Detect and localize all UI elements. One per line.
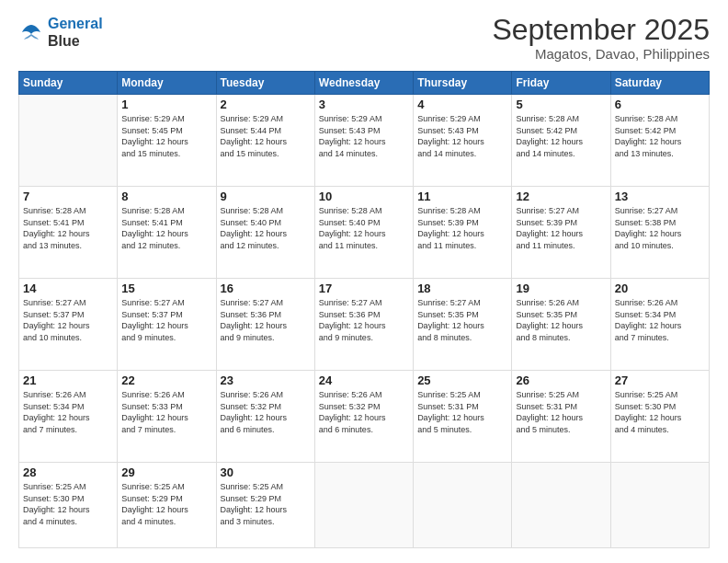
col-tuesday: Tuesday [216, 72, 314, 95]
table-row: 19Sunrise: 5:26 AMSunset: 5:35 PMDayligh… [512, 279, 610, 371]
day-number: 10 [319, 190, 409, 203]
table-row: 2Sunrise: 5:29 AMSunset: 5:44 PMDaylight… [216, 95, 314, 187]
calendar-header-row: Sunday Monday Tuesday Wednesday Thursday… [19, 72, 710, 95]
day-info: Sunrise: 5:28 AMSunset: 5:41 PMDaylight:… [121, 205, 211, 251]
day-number: 21 [23, 373, 113, 387]
table-row: 24Sunrise: 5:26 AMSunset: 5:32 PMDayligh… [314, 371, 413, 463]
day-info: Sunrise: 5:27 AMSunset: 5:36 PMDaylight:… [319, 297, 409, 343]
day-number: 22 [121, 373, 211, 387]
day-info: Sunrise: 5:28 AMSunset: 5:40 PMDaylight:… [221, 205, 311, 251]
day-info: Sunrise: 5:27 AMSunset: 5:35 PMDaylight:… [417, 297, 507, 343]
day-number: 29 [121, 465, 211, 479]
table-row: 15Sunrise: 5:27 AMSunset: 5:37 PMDayligh… [118, 279, 216, 371]
table-row: 22Sunrise: 5:26 AMSunset: 5:33 PMDayligh… [118, 371, 216, 463]
day-number: 15 [121, 282, 211, 295]
day-info: Sunrise: 5:26 AMSunset: 5:34 PMDaylight:… [615, 297, 705, 343]
day-number: 26 [516, 373, 606, 387]
table-row: 1Sunrise: 5:29 AMSunset: 5:45 PMDaylight… [118, 95, 216, 187]
day-info: Sunrise: 5:26 AMSunset: 5:33 PMDaylight:… [121, 389, 211, 435]
day-number: 24 [319, 373, 409, 387]
logo: General Blue [18, 15, 103, 50]
col-thursday: Thursday [414, 72, 512, 95]
table-row [610, 463, 709, 548]
day-info: Sunrise: 5:25 AMSunset: 5:30 PMDaylight:… [23, 481, 113, 527]
day-number: 30 [221, 465, 311, 479]
table-row: 10Sunrise: 5:28 AMSunset: 5:40 PMDayligh… [314, 187, 413, 279]
table-row: 4Sunrise: 5:29 AMSunset: 5:43 PMDaylight… [414, 95, 512, 187]
day-info: Sunrise: 5:26 AMSunset: 5:32 PMDaylight:… [319, 389, 409, 435]
day-number: 28 [23, 465, 113, 479]
day-number: 14 [23, 282, 113, 295]
day-info: Sunrise: 5:29 AMSunset: 5:43 PMDaylight:… [417, 113, 507, 159]
day-number: 3 [319, 98, 409, 111]
day-number: 2 [221, 98, 311, 111]
table-row: 6Sunrise: 5:28 AMSunset: 5:42 PMDaylight… [610, 95, 709, 187]
col-monday: Monday [118, 72, 216, 95]
day-number: 17 [319, 282, 409, 295]
table-row: 20Sunrise: 5:26 AMSunset: 5:34 PMDayligh… [610, 279, 709, 371]
day-number: 16 [221, 282, 311, 295]
day-info: Sunrise: 5:27 AMSunset: 5:37 PMDaylight:… [23, 297, 113, 343]
day-info: Sunrise: 5:29 AMSunset: 5:45 PMDaylight:… [121, 113, 211, 159]
day-info: Sunrise: 5:28 AMSunset: 5:41 PMDaylight:… [23, 205, 113, 251]
day-info: Sunrise: 5:28 AMSunset: 5:42 PMDaylight:… [615, 113, 705, 159]
table-row: 30Sunrise: 5:25 AMSunset: 5:29 PMDayligh… [216, 463, 314, 548]
table-row: 7Sunrise: 5:28 AMSunset: 5:41 PMDaylight… [19, 187, 118, 279]
day-number: 25 [417, 373, 507, 387]
day-info: Sunrise: 5:28 AMSunset: 5:42 PMDaylight:… [516, 113, 606, 159]
table-row: 23Sunrise: 5:26 AMSunset: 5:32 PMDayligh… [216, 371, 314, 463]
day-number: 9 [221, 190, 311, 203]
table-row: 29Sunrise: 5:25 AMSunset: 5:29 PMDayligh… [118, 463, 216, 548]
day-number: 23 [221, 373, 311, 387]
day-number: 13 [615, 190, 705, 203]
table-row: 16Sunrise: 5:27 AMSunset: 5:36 PMDayligh… [216, 279, 314, 371]
header: General Blue September 2025 Magatos, Dav… [18, 15, 710, 62]
day-info: Sunrise: 5:25 AMSunset: 5:31 PMDaylight:… [417, 389, 507, 435]
day-info: Sunrise: 5:28 AMSunset: 5:39 PMDaylight:… [417, 205, 507, 251]
day-number: 7 [23, 190, 113, 203]
table-row: 9Sunrise: 5:28 AMSunset: 5:40 PMDaylight… [216, 187, 314, 279]
col-friday: Friday [512, 72, 610, 95]
day-info: Sunrise: 5:25 AMSunset: 5:29 PMDaylight:… [221, 481, 311, 527]
day-number: 8 [121, 190, 211, 203]
table-row: 27Sunrise: 5:25 AMSunset: 5:30 PMDayligh… [610, 371, 709, 463]
day-number: 19 [516, 282, 606, 295]
table-row: 26Sunrise: 5:25 AMSunset: 5:31 PMDayligh… [512, 371, 610, 463]
table-row [19, 95, 118, 187]
calendar-table: Sunday Monday Tuesday Wednesday Thursday… [18, 71, 710, 548]
col-wednesday: Wednesday [314, 72, 413, 95]
table-row: 25Sunrise: 5:25 AMSunset: 5:31 PMDayligh… [414, 371, 512, 463]
day-info: Sunrise: 5:28 AMSunset: 5:40 PMDaylight:… [319, 205, 409, 251]
table-row: 28Sunrise: 5:25 AMSunset: 5:30 PMDayligh… [19, 463, 118, 548]
table-row: 12Sunrise: 5:27 AMSunset: 5:39 PMDayligh… [512, 187, 610, 279]
day-info: Sunrise: 5:27 AMSunset: 5:37 PMDaylight:… [121, 297, 211, 343]
table-row: 11Sunrise: 5:28 AMSunset: 5:39 PMDayligh… [414, 187, 512, 279]
page: General Blue September 2025 Magatos, Dav… [0, 0, 728, 563]
month-title: September 2025 [492, 15, 710, 44]
day-number: 6 [615, 98, 705, 111]
day-info: Sunrise: 5:27 AMSunset: 5:39 PMDaylight:… [516, 205, 606, 251]
day-info: Sunrise: 5:27 AMSunset: 5:38 PMDaylight:… [615, 205, 705, 251]
day-info: Sunrise: 5:26 AMSunset: 5:35 PMDaylight:… [516, 297, 606, 343]
table-row: 21Sunrise: 5:26 AMSunset: 5:34 PMDayligh… [19, 371, 118, 463]
day-info: Sunrise: 5:29 AMSunset: 5:43 PMDaylight:… [319, 113, 409, 159]
table-row [512, 463, 610, 548]
table-row: 17Sunrise: 5:27 AMSunset: 5:36 PMDayligh… [314, 279, 413, 371]
day-number: 11 [417, 190, 507, 203]
title-block: September 2025 Magatos, Davao, Philippin… [492, 15, 710, 62]
table-row: 8Sunrise: 5:28 AMSunset: 5:41 PMDaylight… [118, 187, 216, 279]
day-number: 18 [417, 282, 507, 295]
col-sunday: Sunday [19, 72, 118, 95]
day-number: 12 [516, 190, 606, 203]
table-row [314, 463, 413, 548]
day-info: Sunrise: 5:27 AMSunset: 5:36 PMDaylight:… [221, 297, 311, 343]
table-row: 13Sunrise: 5:27 AMSunset: 5:38 PMDayligh… [610, 187, 709, 279]
location: Magatos, Davao, Philippines [492, 46, 710, 62]
day-number: 20 [615, 282, 705, 295]
table-row: 5Sunrise: 5:28 AMSunset: 5:42 PMDaylight… [512, 95, 610, 187]
day-info: Sunrise: 5:29 AMSunset: 5:44 PMDaylight:… [221, 113, 311, 159]
day-info: Sunrise: 5:25 AMSunset: 5:30 PMDaylight:… [615, 389, 705, 435]
logo-icon [18, 21, 44, 43]
table-row: 3Sunrise: 5:29 AMSunset: 5:43 PMDaylight… [314, 95, 413, 187]
day-info: Sunrise: 5:25 AMSunset: 5:29 PMDaylight:… [121, 481, 211, 527]
